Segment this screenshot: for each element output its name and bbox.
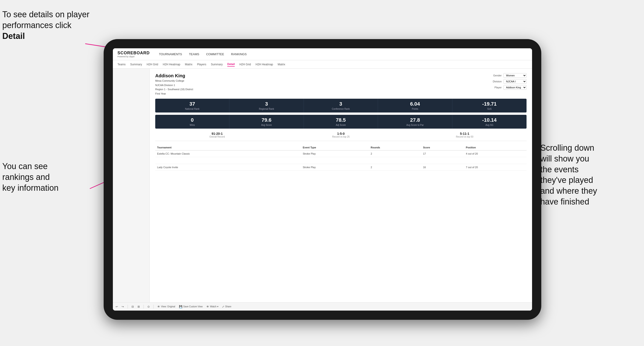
watch-icon: 👁	[206, 305, 209, 308]
subnav-matrix[interactable]: Matrix	[185, 62, 192, 66]
player-selectors: Gender Women Division NJCAA I	[493, 73, 526, 95]
col-rounds: Rounds	[369, 145, 421, 151]
player-name: Addison King	[155, 73, 193, 78]
toolbar-divider-3	[154, 305, 154, 309]
regional-rank-value: 3	[231, 101, 302, 107]
toolbar-view-original[interactable]: 👁 View: Original	[157, 305, 175, 308]
toolbar-divider-1	[128, 305, 128, 309]
clock-icon: ⊙	[148, 305, 150, 308]
left-sidebar	[113, 69, 150, 302]
wins-value: 0	[156, 117, 228, 123]
table-row: Lady Coyote Invite Stroke Play 2 16 7 ou…	[155, 164, 526, 171]
event-type-2: Stroke Play	[301, 164, 369, 171]
redo-icon: ↪	[122, 305, 124, 308]
player-select[interactable]: Addison King	[504, 85, 526, 90]
nav-rankings[interactable]: RANKINGS	[231, 51, 247, 57]
score-2: 16	[421, 164, 464, 171]
avg-sg-label: Avg SG	[454, 124, 525, 126]
toolbar-clock[interactable]: ⊙	[148, 305, 150, 308]
stat-points: 6.04 Points	[378, 99, 452, 113]
stat-avg-sg: -10.14 Avg SG	[452, 115, 526, 129]
toolbar-zoom-in[interactable]: ⊞	[138, 305, 140, 308]
undo-icon: ↩	[116, 305, 118, 308]
division-selector-row: Division NJCAA I	[493, 79, 526, 84]
stat-national-rank: 37 National Rank	[155, 99, 230, 113]
division-select[interactable]: NJCAA I	[504, 79, 526, 84]
player-select-label: Player	[494, 86, 502, 89]
subnav-h2h-heatmap[interactable]: H2H Heatmap	[163, 62, 180, 66]
subnav-h2h-grid2[interactable]: H2H Grid	[239, 62, 251, 66]
logo-area: SCOREBOARD Powered by clippd	[118, 51, 150, 58]
col-score: Score	[421, 145, 464, 151]
subnav-teams[interactable]: Teams	[118, 62, 126, 66]
nav-items: TOURNAMENTS TEAMS COMMITTEE RANKINGS	[159, 51, 247, 57]
nav-teams[interactable]: TEAMS	[189, 51, 199, 57]
record-top50-label: Record vs top 50	[403, 136, 526, 138]
subnav-summary[interactable]: Summary	[130, 62, 142, 66]
player-selector-row: Player Addison King	[494, 85, 526, 90]
logo-title: SCOREBOARD	[118, 51, 150, 55]
conference-rank-value: 3	[305, 101, 376, 107]
subnav-summary2[interactable]: Summary	[211, 62, 222, 66]
rounds-1: 2	[369, 151, 421, 157]
record-top25: 1-5-0 Record vs top 25	[279, 132, 402, 138]
subnav-players[interactable]: Players	[197, 62, 206, 66]
toolbar-save-custom[interactable]: 💾 Save Custom View	[179, 305, 203, 308]
subnav-matrix2[interactable]: Matrix	[278, 62, 286, 66]
toolbar-redo[interactable]: ↪	[122, 305, 124, 308]
toolbar-undo[interactable]: ↩	[116, 305, 118, 308]
toolbar-divider-2	[144, 305, 144, 309]
position-1: 4 out of 20	[464, 151, 526, 157]
logo-sub: Powered by clippd	[118, 55, 150, 58]
subnav-h2h-grid[interactable]: H2H Grid	[147, 62, 158, 66]
tablet-screen: SCOREBOARD Powered by clippd TOURNAMENTS…	[113, 48, 532, 311]
stat-adj-score: 78.5 Adj Score	[304, 115, 378, 129]
subnav-h2h-heatmap2[interactable]: H2H Heatmap	[256, 62, 273, 66]
table-row-empty	[155, 157, 526, 164]
national-rank-label: National Rank	[156, 108, 228, 110]
record-top25-value: 1-5-0	[279, 132, 402, 136]
stat-sos: -19.71 SoS	[452, 99, 526, 113]
record-overall-label: Overall Record	[155, 136, 279, 138]
toolbar-watch[interactable]: 👁 Watch ▾	[206, 305, 218, 308]
records-row: 91-20-1 Overall Record 1-5-0 Record vs t…	[155, 132, 526, 141]
stats-grid-row1: 37 National Rank 3 Regional Rank 3 Confe…	[155, 99, 526, 113]
annotation-bottomright: Scrolling downwill show youthe eventsthe…	[540, 143, 642, 207]
gender-select[interactable]: Women	[504, 73, 526, 78]
record-overall-value: 91-20-1	[155, 132, 279, 136]
points-label: Points	[379, 108, 450, 110]
stat-regional-rank: 3 Regional Rank	[230, 99, 304, 113]
sos-value: -19.71	[454, 101, 525, 107]
view-original-label: View: Original	[161, 305, 175, 308]
avg-score-par-label: Avg Score to Par	[379, 124, 450, 126]
share-label: Share	[225, 305, 232, 308]
wins-label: Wins	[156, 124, 228, 126]
zoom-out-icon: ⊟	[132, 305, 134, 308]
toolbar-zoom-out[interactable]: ⊟	[132, 305, 134, 308]
avg-sg-value: -10.14	[454, 117, 525, 123]
nav-committee[interactable]: COMMITTEE	[206, 51, 224, 57]
position-2: 7 out of 20	[464, 164, 526, 171]
player-header: Addison King Mesa Community College NJCA…	[155, 73, 526, 95]
annotation-bottomleft: You can seerankings andkey information	[2, 161, 90, 193]
col-position: Position	[464, 145, 526, 151]
avg-score-label: Avg Score	[231, 124, 302, 126]
division-label: Division	[493, 80, 502, 83]
player-college: Mesa Community College	[155, 79, 193, 83]
col-event-type: Event Type	[301, 145, 369, 151]
tournament-name-1: Estella CC- Mountain Classic	[155, 151, 301, 157]
nav-tournaments[interactable]: TOURNAMENTS	[159, 51, 182, 57]
regional-rank-label: Regional Rank	[231, 108, 302, 110]
subnav-detail[interactable]: Detail	[227, 62, 235, 67]
points-value: 6.04	[379, 101, 450, 107]
toolbar-share[interactable]: ⤢ Share	[222, 305, 232, 308]
gender-selector-row: Gender Women	[493, 73, 526, 78]
table-row: Estella CC- Mountain Classic Stroke Play…	[155, 151, 526, 157]
sos-label: SoS	[454, 108, 525, 110]
save-custom-label: Save Custom View	[183, 305, 203, 308]
stat-wins: 0 Wins	[155, 115, 230, 129]
record-overall: 91-20-1 Overall Record	[155, 132, 279, 138]
avg-score-par-value: 27.8	[379, 117, 450, 123]
main-content: Addison King Mesa Community College NJCA…	[113, 69, 532, 302]
gender-label: Gender	[493, 74, 502, 77]
